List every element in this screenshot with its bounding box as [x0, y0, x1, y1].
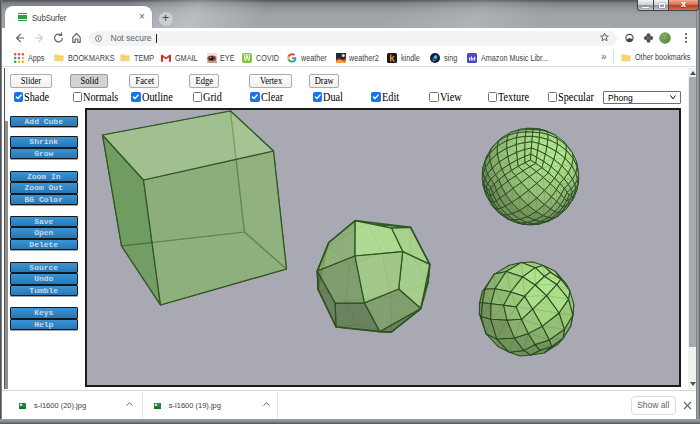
maximize-button[interactable]	[653, 0, 669, 11]
checkbox-box-outline[interactable]	[131, 92, 141, 102]
tab-close-icon[interactable]: ×	[136, 11, 148, 23]
back-icon[interactable]	[14, 28, 25, 48]
toolbar-button-solid[interactable]: Solid	[70, 74, 108, 88]
browser-tab[interactable]: SubSurfer ×	[5, 6, 152, 28]
checkbox-specular[interactable]: Specular	[548, 92, 602, 103]
close-icon: x	[669, 0, 698, 10]
checkbox-edit[interactable]: Edit	[371, 92, 402, 103]
sidebar-button-keys[interactable]: Keys	[10, 307, 78, 319]
shading-select[interactable]: Phong	[603, 91, 682, 104]
info-icon[interactable]	[95, 35, 102, 42]
checkbox-box-view[interactable]	[429, 92, 439, 102]
checkbox-box-normals[interactable]	[73, 92, 83, 102]
menu-dots-icon[interactable]	[682, 28, 690, 48]
bookmark-star-icon[interactable]	[599, 28, 610, 48]
sidebar-button-add-cube[interactable]: Add Cube	[10, 116, 78, 128]
download-menu-caret-icon[interactable]	[126, 402, 133, 406]
bookmark-label: sing	[444, 53, 457, 63]
security-label: Not secure	[111, 33, 152, 43]
sidebar-button-help[interactable]: Help	[10, 319, 78, 331]
checkbox-view[interactable]: View	[429, 92, 466, 103]
bookmark-amazon-music-libr[interactable]: Amazon Music Libr...	[467, 52, 559, 63]
downloads-close-icon[interactable]	[683, 401, 692, 410]
home-icon[interactable]	[71, 28, 82, 48]
checkbox-grid[interactable]: Grid	[193, 92, 226, 103]
bookmarks-divider	[613, 50, 614, 63]
bookmark-sing[interactable]: sing	[430, 52, 459, 63]
tab-favicon-icon	[18, 13, 27, 22]
sidebar-button-tumble[interactable]: Tumble	[10, 285, 78, 297]
pinwheel-extension-icon[interactable]	[641, 28, 656, 48]
reload-icon[interactable]	[53, 28, 64, 48]
bookmarks-overflow-icon[interactable]: »	[601, 51, 607, 62]
checkbox-dual[interactable]: Dual	[313, 92, 348, 103]
kindle-icon	[387, 53, 397, 63]
bookmark-covid[interactable]: COVID	[242, 52, 282, 63]
toolbar-button-vertex[interactable]: Vertex	[249, 74, 292, 88]
sidebar-button-zoom-in[interactable]: Zoom In	[10, 171, 78, 183]
checkbox-box-specular[interactable]	[548, 92, 558, 102]
omnibox[interactable]: Not secure	[89, 31, 617, 46]
minimize-button[interactable]	[637, 0, 653, 11]
bookmark-bookmarks[interactable]: BOOKMARKS	[54, 52, 122, 63]
folder-icon	[120, 53, 130, 62]
sidebar-button-bg-color[interactable]: BG Color	[10, 194, 78, 206]
bookmark-eye[interactable]: EYE	[207, 52, 238, 63]
extension-icon[interactable]	[622, 28, 637, 48]
bookmark-label: weather	[301, 53, 327, 63]
profile-avatar[interactable]	[657, 28, 673, 48]
sidebar-button-delete[interactable]: Delete	[10, 239, 78, 251]
webgl-canvas[interactable]	[87, 110, 679, 385]
window-caption-buttons: x	[637, 0, 699, 11]
checkbox-box-edit[interactable]	[371, 92, 381, 102]
text-caret	[156, 34, 157, 43]
download-menu-caret-icon[interactable]	[263, 402, 270, 406]
checkbox-box-dual[interactable]	[313, 92, 323, 102]
bookmark-apps[interactable]: Apps	[14, 52, 47, 63]
download-item[interactable]: s-l1600 (19).jpg	[142, 391, 279, 419]
forward-icon[interactable]	[34, 28, 45, 48]
toolbar-button-edge[interactable]: Edge	[189, 74, 220, 88]
sidebar-button-zoom-out[interactable]: Zoom Out	[10, 182, 78, 194]
checkbox-box-clear[interactable]	[250, 92, 260, 102]
new-tab-button[interactable]: +	[159, 12, 173, 26]
level-slider[interactable]	[4, 68, 9, 389]
sidebar-button-undo[interactable]: Undo	[10, 273, 78, 285]
checkbox-box-grid[interactable]	[193, 92, 203, 102]
minimize-icon	[642, 7, 649, 9]
toolbar-button-label: Draw	[315, 75, 334, 86]
bookmark-kindle[interactable]: kindle	[387, 52, 423, 63]
toolbar-button-draw[interactable]: Draw	[309, 74, 339, 88]
checkbox-box-shade[interactable]	[14, 92, 24, 102]
other-bookmarks[interactable]: Other bookmarks	[621, 52, 700, 62]
toolbar-button-slider[interactable]: Slider	[10, 74, 52, 88]
sidebar-button-shrink[interactable]: Shrink	[10, 136, 78, 148]
window-border-right	[696, 0, 700, 424]
other-bookmarks-label: Other bookmarks	[635, 52, 690, 62]
bookmark-weather2[interactable]: weather2	[336, 52, 384, 63]
show-all-button[interactable]: Show all	[631, 396, 677, 415]
page-scrollbar[interactable]	[688, 68, 696, 389]
bookmark-temp[interactable]: TEMP	[120, 52, 157, 63]
scrollbar-thumb[interactable]	[689, 77, 696, 347]
checkbox-clear[interactable]: Clear	[250, 92, 288, 103]
scroll-up-icon[interactable]	[690, 71, 696, 75]
bookmark-weather[interactable]: weather	[287, 52, 331, 63]
checkbox-box-texture[interactable]	[488, 92, 498, 102]
checkbox-outline[interactable]: Outline	[131, 92, 179, 103]
close-button[interactable]: x	[669, 0, 699, 11]
window-border-left	[0, 0, 2, 424]
toolbar-button-facet[interactable]: Facet	[129, 74, 159, 88]
download-item[interactable]: s-l1600 (20).jpg	[2, 391, 144, 419]
sidebar-button-source[interactable]: Source	[10, 262, 78, 274]
sidebar-button-grow[interactable]: Grow	[10, 148, 78, 160]
scroll-down-icon[interactable]	[690, 382, 696, 386]
sidebar-button-open[interactable]: Open	[10, 227, 78, 239]
bookmark-gmail[interactable]: GMAIL	[161, 52, 201, 63]
sing-icon	[430, 53, 440, 63]
sidebar-button-save[interactable]: Save	[10, 216, 78, 228]
google-g-icon	[287, 53, 297, 63]
checkbox-texture[interactable]: Texture	[488, 92, 537, 103]
checkbox-normals[interactable]: Normals	[73, 92, 127, 103]
checkbox-shade[interactable]: Shade	[14, 92, 55, 103]
